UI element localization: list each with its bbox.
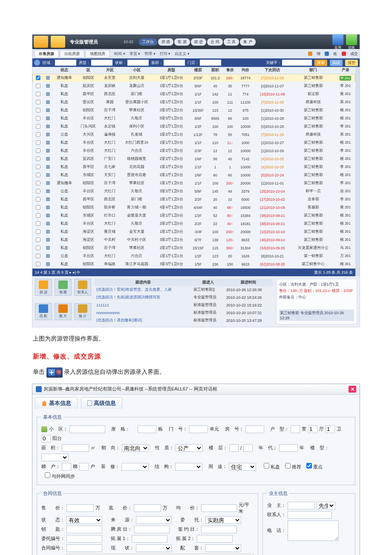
table-row[interactable]: 私盘朝阳区百子湾苹果社区2室2厅1卫2台15/35F12312975(1)201…: [33, 107, 355, 115]
tb-time[interactable]: 时间 ▾: [114, 51, 125, 57]
table-row[interactable]: 私盘海淀区黄庄城金宝大厦1室1厅1卫0台-3/4F100200↑20000(10…: [33, 228, 355, 236]
btype-select[interactable]: [41, 454, 69, 461]
table-row[interactable]: 公盘丰台区大红门六合庄1室1厅1卫1台1/2F123201626(8)2010-…: [33, 252, 355, 260]
row-check[interactable]: [36, 189, 40, 193]
close-icon[interactable]: ✕: [349, 386, 356, 393]
col-header[interactable]: 部门: [291, 67, 336, 74]
col-header[interactable]: 状态: [52, 67, 76, 74]
table-row[interactable]: 私盘丰台区大红门久敬庄2室2厅1卫0台2/2F2240↑18181(38)201…: [33, 220, 355, 228]
col-header[interactable]: 产录: [336, 67, 355, 74]
row-check[interactable]: [36, 92, 40, 96]
quick-add[interactable]: 增: [308, 52, 320, 56]
row-check[interactable]: [36, 262, 40, 266]
table-row[interactable]: 私盘朝阳区双井桥富力城一期4室4厅1卫0台4/44F4066↑16500(21)…: [33, 204, 355, 212]
table-row[interactable]: 私盘昌平区西北区新门楼1室1厅1卫0台2/2F20105000(27)2010-…: [33, 196, 355, 204]
area-input[interactable]: [62, 444, 89, 452]
side-action[interactable]: 图 片: [55, 303, 72, 320]
row-check[interactable]: [36, 181, 40, 185]
side-action[interactable]: 联系人: [74, 279, 91, 296]
hu-input[interactable]: [79, 463, 89, 471]
table-row[interactable]: 私盘昌平区西北区新门楼1室1厅1卫0台1/1F14211774(16)2010-…: [33, 90, 355, 98]
row-check[interactable]: [36, 124, 40, 128]
table-row[interactable]: 通知撤单朝阳区永安里吉利大厦1室1厅1卫0台2/33F101.2190↓1877…: [33, 74, 355, 82]
table-row[interactable]: 私盘朝阳区幸福路珠江罗马嘉园3室3厅1卫0台1/5F1561509615(62)…: [33, 260, 355, 269]
ti-input[interactable]: [62, 463, 71, 471]
table-row[interactable]: 私盘密云区果园密云果园小区1室1厅1卫0台1/1F10011111100(7)2…: [33, 98, 355, 107]
col-header[interactable]: 片区: [101, 67, 119, 74]
year-input[interactable]: [279, 444, 298, 452]
shi-input[interactable]: [291, 425, 300, 433]
avg-input[interactable]: [201, 504, 237, 512]
cb-private[interactable]: [264, 463, 269, 468]
tb-fav[interactable]: 常页 ▾: [130, 51, 141, 57]
ext1-input[interactable]: [132, 535, 167, 543]
tb-manage[interactable]: 管理 ▾: [144, 51, 156, 57]
nav-jihu[interactable]: 集 户: [240, 38, 256, 46]
switch-action[interactable]: 切换: [346, 34, 357, 50]
followup-row[interactable]: (优选回访！请勿撤单)测试|标准版管理员2010-10-20 13:47:28: [95, 317, 273, 324]
district-input[interactable]: [69, 425, 105, 433]
row-check[interactable]: [36, 173, 40, 177]
quick-deal[interactable]: 成交: [342, 52, 358, 56]
deco-select[interactable]: [121, 463, 149, 471]
tab-rent[interactable]: 出租房源: [60, 50, 84, 58]
col-header[interactable]: 区: [76, 67, 100, 74]
table-row[interactable]: 私盘东城区天安门普渡寺后巷2室1厅1卫0台1/6F606010000(5)201…: [33, 171, 355, 179]
ting-input[interactable]: [308, 425, 317, 433]
table-row[interactable]: 私盘延庆区龙庆峡龙聚山庄1室1厅1卫0台5/6F45357777(0)2010-…: [33, 82, 355, 90]
col-header[interactable]: 面积: [208, 67, 223, 74]
balcony-input[interactable]: [41, 435, 51, 442]
quick-edit[interactable]: 改: [325, 52, 337, 56]
side-action[interactable]: 跟 进: [35, 279, 52, 296]
base-input[interactable]: [134, 504, 161, 512]
side-action[interactable]: 推 介: [74, 303, 91, 320]
nav-tool[interactable]: 工 具: [224, 38, 239, 46]
adv-button[interactable]: 高级: [330, 60, 343, 66]
scrollbar[interactable]: [355, 67, 360, 276]
followup-row[interactable]: nnnnnnnnnnn标准版管理员2010-10-20 10:07:31: [95, 309, 273, 317]
nav-contract[interactable]: 合 同: [207, 38, 223, 46]
row-check[interactable]: [36, 148, 40, 153]
followup-row[interactable]: 111111标准版管理员2010-10-22 15:16:22: [95, 301, 273, 309]
filter-type[interactable]: [91, 60, 112, 66]
floor2-input[interactable]: [243, 444, 253, 452]
row-check[interactable]: [36, 84, 40, 88]
table-row[interactable]: 公盘大兴区瀛海镇孔雀城1室2厅1卫1台1/12F78557051(7)2010-…: [33, 131, 355, 139]
table-row[interactable]: 私盘丰台区大红门六合庄1室2厅1卫0台2/3F121210000(1)2010-…: [33, 147, 355, 155]
tb-print[interactable]: 打印 ▾: [160, 51, 171, 57]
side-action[interactable]: 地 图: [55, 279, 72, 296]
col-header[interactable]: [33, 67, 44, 74]
table-row[interactable]: 公盘丰台区大红门久敬庄3室2厅1卫0台5/8F145493379(25)2010…: [33, 188, 355, 196]
row-check[interactable]: [36, 213, 40, 217]
row-check[interactable]: [36, 132, 40, 136]
status-select[interactable]: 有效: [66, 516, 102, 524]
building-input[interactable]: [138, 425, 156, 433]
filter-status[interactable]: [127, 60, 149, 66]
table-row[interactable]: 私盘宣武区广安门核桃园南里2室2厅1卫0台1/6F56407142(4)2010…: [33, 155, 355, 163]
table-row[interactable]: 私盘东城区灯市口金隆基大厦1室1厅1卫0台1/2F5280↑15384(38)2…: [33, 212, 355, 220]
orient-select[interactable]: 南北向: [122, 444, 149, 452]
owner-title-select[interactable]: 先生: [317, 502, 335, 509]
row-check[interactable]: [36, 156, 40, 161]
search-button[interactable]: 搜索: [314, 60, 327, 66]
row-check[interactable]: [36, 75, 40, 80]
table-row[interactable]: 私盘门头沟区永定镇保利小区1室1厅1卫0台1/2F10010010000(0)2…: [33, 123, 355, 131]
tb-custom[interactable]: 自定义 ▾: [175, 51, 190, 57]
row-check[interactable]: [36, 197, 40, 201]
cb-sync[interactable]: [45, 472, 50, 478]
col-header[interactable]: 小区: [119, 67, 154, 74]
door-input[interactable]: [189, 425, 208, 433]
col-header[interactable]: 楼层: [189, 67, 208, 74]
row-check[interactable]: [36, 116, 40, 120]
ext2-input[interactable]: [197, 535, 233, 543]
signday-input[interactable]: [201, 526, 237, 533]
nature-select[interactable]: 公产: [176, 444, 203, 452]
suite-select[interactable]: [205, 544, 241, 552]
filter-keyword[interactable]: [282, 60, 312, 66]
row-check[interactable]: [36, 165, 40, 169]
nav-workbench[interactable]: 工作台: [139, 38, 157, 46]
filter-area2[interactable]: [164, 60, 185, 66]
row-check[interactable]: [36, 140, 40, 145]
district-picker-icon[interactable]: [41, 426, 47, 432]
row-check[interactable]: [36, 246, 40, 250]
